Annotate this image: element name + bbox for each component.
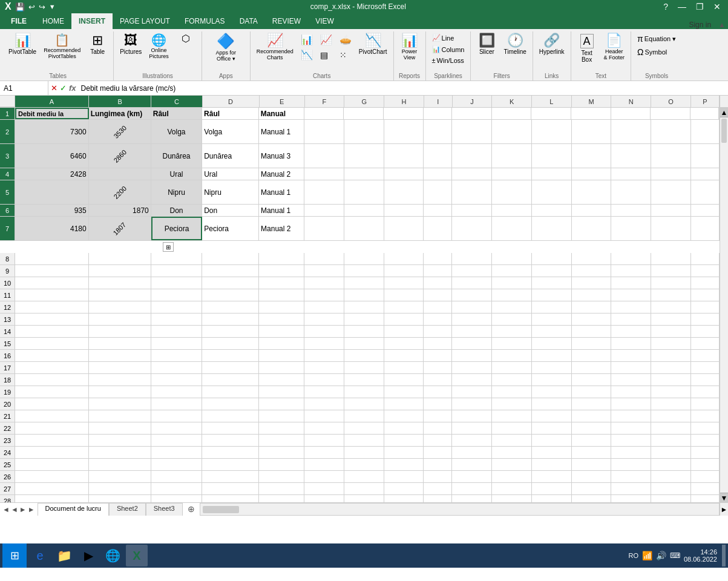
cell-L15[interactable] [532, 338, 572, 349]
cell-F22[interactable] [304, 422, 344, 434]
cell-F6[interactable] [304, 205, 344, 216]
cell-I28[interactable] [424, 495, 452, 502]
col-header-P[interactable]: P [691, 96, 720, 107]
cell-C4[interactable]: Ural [151, 168, 202, 180]
sheet-tab-document[interactable]: Document de lucru [38, 503, 109, 516]
row-num-25[interactable]: 25 [0, 459, 15, 470]
cell-N28[interactable] [611, 495, 651, 502]
cell-F14[interactable] [304, 326, 344, 337]
header-footer-btn[interactable]: 📄 Header& Footer [602, 33, 628, 62]
cell-J20[interactable] [452, 398, 492, 410]
cell-I11[interactable] [424, 289, 452, 301]
equation-btn[interactable]: π Equation ▾ [635, 33, 678, 45]
cell-C2[interactable]: Volga [151, 120, 202, 143]
cell-F25[interactable] [304, 459, 344, 470]
cell-P13[interactable] [691, 313, 720, 325]
cell-N23[interactable] [611, 435, 651, 446]
row-num-16[interactable]: 16 [0, 350, 15, 361]
cell-D22[interactable] [202, 422, 259, 434]
tab-formulas[interactable]: FORMULAS [177, 13, 232, 29]
cell-E4[interactable]: Manual 2 [259, 168, 304, 180]
cell-A10[interactable] [15, 277, 89, 289]
cell-G24[interactable] [344, 447, 384, 458]
row-num-21[interactable]: 21 [0, 410, 15, 422]
cell-M5[interactable] [572, 180, 612, 204]
cell-F5[interactable] [304, 180, 344, 204]
cell-O3[interactable] [651, 144, 691, 168]
cell-F16[interactable] [304, 350, 344, 361]
cell-P22[interactable] [691, 422, 720, 434]
sheet-prev-icon[interactable]: ◄ [2, 505, 10, 514]
cell-A13[interactable] [15, 313, 89, 325]
cell-M21[interactable] [572, 410, 612, 422]
cell-H1[interactable] [384, 108, 424, 119]
cell-N18[interactable] [611, 374, 651, 386]
sheet-last-icon[interactable]: ► [28, 505, 35, 514]
cell-A2[interactable]: 7300 [15, 120, 89, 143]
cell-L24[interactable] [532, 447, 572, 458]
cell-P20[interactable] [691, 398, 720, 410]
cell-F19[interactable] [304, 386, 344, 398]
cell-B25[interactable] [89, 459, 151, 470]
cell-C24[interactable] [151, 447, 202, 458]
pivot-table-btn[interactable]: 📊 PivotTable [6, 33, 39, 56]
cell-B24[interactable] [89, 447, 151, 458]
cell-G2[interactable] [344, 120, 384, 143]
col-header-I[interactable]: I [424, 96, 453, 107]
cell-L21[interactable] [532, 410, 572, 422]
cell-F1[interactable] [304, 108, 344, 119]
cell-I12[interactable] [424, 301, 452, 313]
cell-J22[interactable] [452, 422, 492, 434]
col-header-B[interactable]: B [89, 96, 151, 107]
cell-L23[interactable] [532, 435, 572, 446]
cell-J21[interactable] [452, 410, 492, 422]
cell-E5[interactable]: Manual 1 [259, 180, 304, 204]
col-header-M[interactable]: M [572, 96, 612, 107]
scroll-thumb[interactable] [721, 119, 727, 143]
cell-M23[interactable] [572, 435, 612, 446]
line-chart-btn[interactable]: 📈 [318, 33, 335, 47]
cell-G4[interactable] [344, 168, 384, 180]
cell-M14[interactable] [572, 326, 612, 337]
cell-K27[interactable] [492, 483, 532, 494]
pie-chart-btn[interactable]: 🥧 [337, 33, 354, 47]
cell-K3[interactable] [492, 144, 532, 168]
cell-P1[interactable] [690, 108, 719, 119]
cell-D18[interactable] [202, 374, 259, 386]
cell-I23[interactable] [424, 435, 452, 446]
cell-N25[interactable] [611, 459, 651, 470]
cell-K18[interactable] [492, 374, 532, 386]
row-num-3[interactable]: 3 [0, 144, 15, 168]
cell-D19[interactable] [202, 386, 259, 398]
cell-C14[interactable] [151, 326, 202, 337]
cell-N1[interactable] [611, 108, 651, 119]
cell-L28[interactable] [532, 495, 572, 502]
cell-O2[interactable] [651, 120, 691, 143]
vertical-scrollbar[interactable]: ▲ ▼ [720, 108, 728, 502]
cell-G23[interactable] [344, 435, 384, 446]
cell-H7[interactable] [384, 217, 424, 240]
cell-G28[interactable] [344, 495, 384, 502]
cell-M28[interactable] [572, 495, 612, 502]
cell-M13[interactable] [572, 313, 612, 325]
cell-G11[interactable] [344, 289, 384, 301]
cell-J28[interactable] [452, 495, 492, 502]
cell-J5[interactable] [452, 180, 492, 204]
cell-C10[interactable] [151, 277, 202, 289]
cell-C3[interactable]: Dunărea [151, 144, 202, 168]
col-header-C[interactable]: C [151, 96, 202, 107]
cell-O9[interactable] [651, 265, 691, 277]
cell-J19[interactable] [452, 386, 492, 398]
row-num-2[interactable]: 2 [0, 120, 15, 143]
cell-F21[interactable] [304, 410, 344, 422]
cell-C17[interactable] [151, 362, 202, 373]
cell-G22[interactable] [344, 422, 384, 434]
cell-L20[interactable] [532, 398, 572, 410]
cell-P8[interactable] [691, 253, 720, 264]
cell-F10[interactable] [304, 277, 344, 289]
cell-H5[interactable] [384, 180, 424, 204]
cell-M1[interactable] [571, 108, 611, 119]
col-header-J[interactable]: J [453, 96, 493, 107]
cell-I26[interactable] [424, 471, 452, 482]
row-num-28[interactable]: 28 [0, 495, 15, 502]
